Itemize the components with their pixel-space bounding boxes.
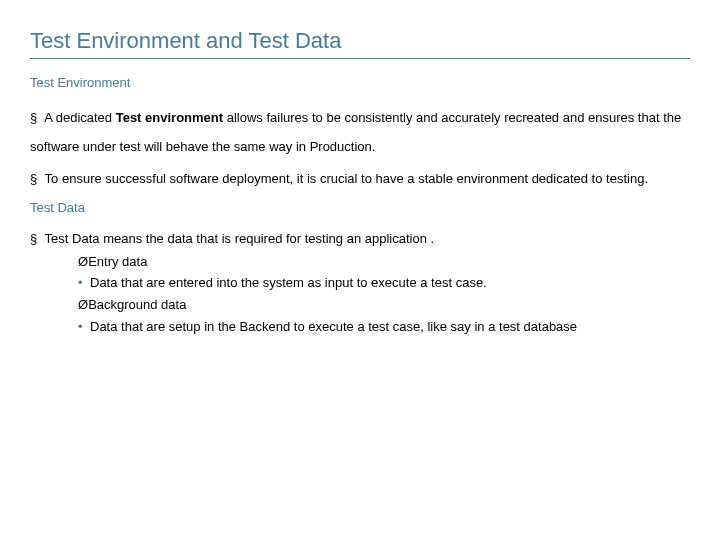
data-para-1: Test Data means the data that is require… [30, 229, 690, 250]
sub-a: Entry data [88, 254, 147, 269]
env-p1-bold: Test environment [116, 110, 223, 125]
arrow-bullet-icon [78, 254, 88, 269]
data-sublist: Entry data Data that are entered into th… [30, 252, 690, 338]
arrow-bullet-icon [78, 297, 88, 312]
list-item: Entry data [78, 252, 690, 273]
slide-title: Test Environment and Test Data [30, 28, 690, 59]
data-p1-text: Test Data means the data that is require… [41, 231, 434, 246]
env-para-2: To ensure successful software deployment… [30, 165, 690, 194]
sub-d: Data that are setup in the Backend to ex… [90, 319, 577, 334]
list-item: Data that are entered into the system as… [78, 273, 690, 294]
sub-b: Data that are entered into the system as… [90, 275, 487, 290]
env-para-1: A dedicated Test environment allows fail… [30, 104, 690, 161]
env-p2-text: To ensure successful software deployment… [41, 171, 648, 186]
sub-c: Background data [88, 297, 186, 312]
list-item: Background data [78, 295, 690, 316]
list-item: Data that are setup in the Backend to ex… [78, 317, 690, 338]
env-p1-prefix: A dedicated [41, 110, 115, 125]
section-heading-data: Test Data [30, 200, 690, 215]
square-bullet-icon [30, 110, 41, 125]
square-bullet-icon [30, 171, 41, 186]
section-heading-environment: Test Environment [30, 75, 690, 90]
square-bullet-icon [30, 231, 41, 246]
